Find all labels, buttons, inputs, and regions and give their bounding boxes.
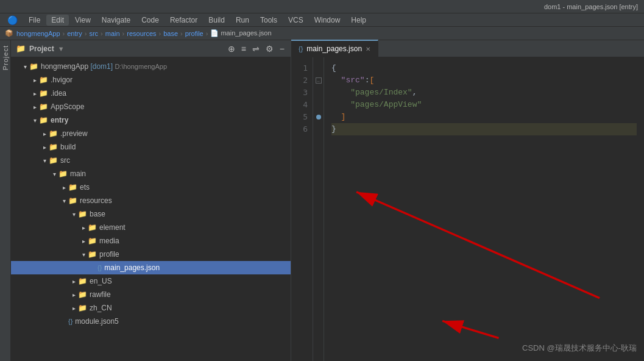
token-4-1	[331, 99, 350, 111]
menu-window[interactable]: Window	[310, 15, 345, 26]
menu-refactor[interactable]: Refactor	[165, 15, 202, 26]
tree-arrow-zh-cn[interactable]: ▸	[69, 305, 78, 312]
tree-arrow-profile[interactable]: ▾	[79, 251, 88, 258]
tree-item-hvigor[interactable]: ▸ 📁 .hvigor	[11, 73, 291, 87]
menu-build[interactable]: Build	[203, 15, 230, 26]
tree-icon-profile: 📁	[88, 250, 97, 259]
menu-tools[interactable]: Tools	[255, 15, 282, 26]
tree-item-zh-cn[interactable]: ▸ 📁 zh_CN	[11, 301, 291, 315]
tree-item-ets[interactable]: ▸ 📁 ets	[11, 180, 291, 194]
menu-file[interactable]: File	[24, 15, 45, 26]
tree-arrow-src[interactable]: ▾	[40, 157, 49, 164]
menu-vcs[interactable]: VCS	[283, 15, 308, 26]
tree-item-idea[interactable]: ▸ 📁 .idea	[11, 87, 291, 100]
token-5-1	[331, 111, 341, 123]
tree-arrow-preview[interactable]: ▸	[40, 130, 49, 137]
code-content[interactable]: { "src" : [ "pages/Index" , "pages/AppVi…	[324, 57, 644, 361]
tree-arrow-idea[interactable]: ▸	[30, 90, 39, 97]
tree-icon-main: 📁	[58, 170, 68, 178]
menu-help[interactable]: Help	[346, 15, 371, 26]
tree-item-profile[interactable]: ▾ 📁 profile	[11, 248, 291, 261]
project-btn-settings[interactable]: ⚙	[264, 43, 275, 55]
side-tab[interactable]: Project	[0, 40, 11, 361]
tree-arrow-rawfile[interactable]: ▸	[69, 291, 78, 298]
tree-arrow-base[interactable]: ▾	[69, 211, 78, 218]
project-btn-add[interactable]: ⊕	[227, 43, 236, 55]
tree-arrow-main[interactable]: ▾	[50, 171, 58, 177]
menu-navigate[interactable]: Navigate	[97, 15, 135, 26]
tree-item-module-json5[interactable]: {} module.json5	[11, 315, 291, 328]
tree-arrow-element[interactable]: ▸	[79, 224, 88, 231]
tree-item-en-us[interactable]: ▸ 📁 en_US	[11, 274, 291, 288]
project-dropdown-arrow[interactable]: ▼	[58, 45, 65, 52]
menu-edit[interactable]: Edit	[46, 15, 69, 26]
title-bar: dom1 - main_pages.json [entry]	[0, 0, 644, 13]
breadcrumb-sep-3: ›	[101, 30, 103, 37]
tree-label-zh-cn: zh_CN	[90, 304, 291, 312]
project-btn-list[interactable]: ≡	[240, 43, 247, 55]
tree-item-main-pages-json[interactable]: {} main_pages.json	[11, 261, 291, 274]
fold-marker-2[interactable]: −	[316, 77, 322, 84]
tree-item-src[interactable]: ▾ 📁 src	[11, 154, 291, 167]
menu-logo[interactable]: 🔵	[2, 14, 23, 26]
tree-arrow-appscope[interactable]: ▸	[30, 104, 39, 110]
tree-item-build[interactable]: ▸ 📁 build	[11, 140, 291, 154]
tree-icon-idea: 📁	[39, 89, 48, 98]
token-2-key: "src"	[341, 74, 365, 87]
token-3-string: "pages/Index"	[350, 87, 412, 99]
project-btn-expand[interactable]: ⇌	[251, 43, 261, 55]
breadcrumb-resources[interactable]: resources	[127, 30, 156, 37]
menu-run[interactable]: Run	[231, 15, 254, 26]
tree-icon-main-pages: {}	[97, 264, 102, 271]
tree-item-entry[interactable]: ▾ 📁 entry	[11, 113, 291, 127]
tree-item-element[interactable]: ▸ 📁 element	[11, 221, 291, 234]
token-6-1: }	[331, 123, 336, 135]
breadcrumb-sep-4: ›	[122, 30, 125, 37]
tree-icon-element: 📁	[88, 223, 97, 232]
tree-arrow-hvigor[interactable]: ▸	[30, 77, 39, 84]
tree-arrow-media[interactable]: ▸	[79, 238, 88, 245]
tree-item-rawfile[interactable]: ▸ 📁 rawfile	[11, 288, 291, 301]
tree-item-preview[interactable]: ▸ 📁 .preview	[11, 127, 291, 140]
breadcrumb-base[interactable]: base	[163, 30, 178, 37]
tree-arrow-build[interactable]: ▸	[40, 144, 49, 151]
breadcrumb-hongmengapp[interactable]: hongmengApp	[16, 30, 60, 37]
menu-view[interactable]: View	[70, 15, 96, 26]
code-line-4: "pages/AppView"	[331, 99, 637, 111]
breadcrumb-profile[interactable]: profile	[185, 30, 203, 37]
tree-item-appscope[interactable]: ▸ 📁 AppScope	[11, 100, 291, 113]
menu-code[interactable]: Code	[136, 15, 164, 26]
breadcrumb-file: 📄 main_pages.json	[210, 29, 271, 37]
breadcrumb-main[interactable]: main	[105, 30, 120, 37]
project-btn-collapse[interactable]: −	[278, 43, 286, 55]
tab-close-btn[interactable]: ✕	[366, 46, 370, 52]
tree-arrow-ets[interactable]: ▸	[60, 184, 68, 191]
tree-item-base[interactable]: ▾ 📁 base	[11, 207, 291, 221]
breadcrumb-entry[interactable]: entry	[67, 30, 82, 37]
tree-icon-rawfile: 📁	[78, 290, 87, 299]
tree-arrow-hongmengapp[interactable]: ▾	[21, 63, 29, 70]
tree-item-media[interactable]: ▸ 📁 media	[11, 234, 291, 248]
tab-label: main_pages.json	[306, 45, 362, 53]
line-num-6: 6	[291, 123, 308, 135]
tree-item-hongmengapp[interactable]: ▾ 📁 hongmengApp [dom1] D:\hongmengApp	[11, 60, 291, 73]
tree-arrow-resources[interactable]: ▾	[60, 198, 68, 204]
tree-item-resources[interactable]: ▾ 📁 resources	[11, 194, 291, 207]
tree-icon-media: 📁	[88, 237, 97, 245]
breadcrumb-src[interactable]: src	[89, 30, 98, 37]
tab-main-pages-json[interactable]: {} main_pages.json ✕	[291, 40, 378, 57]
token-5-bracket: ]	[341, 111, 346, 123]
tree-label-appscope: AppScope	[51, 102, 291, 111]
line-num-4: 4	[291, 99, 308, 111]
tab-icon: {}	[299, 45, 303, 52]
code-line-5: ]	[331, 111, 637, 123]
tree-item-main[interactable]: ▾ 📁 main	[11, 167, 291, 180]
tree-arrow-entry[interactable]: ▾	[30, 117, 39, 124]
side-tab-label[interactable]: Project	[2, 45, 9, 70]
tree-label-module-json5: module.json5	[75, 317, 291, 326]
breadcrumb: 📦 hongmengApp › entry › src › main › res…	[0, 27, 644, 40]
tree-label-preview: .preview	[60, 129, 291, 138]
gutter-2[interactable]: −	[313, 74, 324, 87]
tree-label-hvigor: .hvigor	[51, 76, 291, 84]
tree-arrow-en-us[interactable]: ▸	[69, 278, 78, 285]
